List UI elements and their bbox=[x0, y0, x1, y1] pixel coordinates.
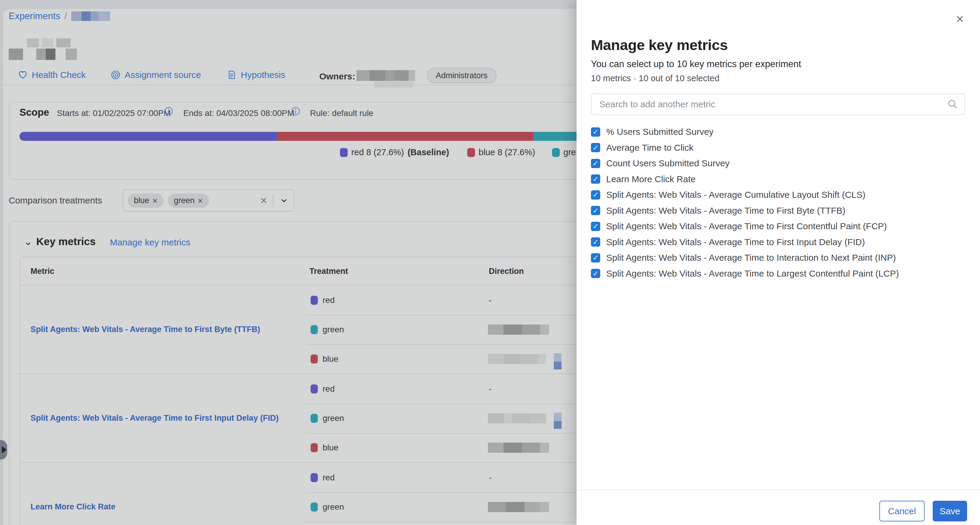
metric-checkbox-row[interactable]: Split Agents: Web Vitals - Average Time … bbox=[591, 250, 968, 266]
column-header-direction: Direction bbox=[489, 266, 524, 276]
metric-checkbox-row[interactable]: Split Agents: Web Vitals - Average Time … bbox=[591, 235, 968, 250]
treatment-swatch-green bbox=[310, 414, 318, 423]
save-button[interactable]: Save bbox=[933, 501, 967, 522]
chip-blue[interactable]: blue bbox=[128, 193, 164, 207]
search-icon bbox=[947, 99, 958, 110]
checkbox-checked-icon[interactable] bbox=[591, 159, 600, 168]
checkbox-checked-icon[interactable] bbox=[591, 206, 600, 215]
metric-search bbox=[591, 94, 965, 115]
metric-checkbox-row[interactable]: Split Agents: Web Vitals - Average Cumul… bbox=[591, 187, 968, 203]
metric-link-fid[interactable]: Split Agents: Web Vitals - Average Time … bbox=[30, 413, 278, 423]
assignment-source-link[interactable]: Assignment source bbox=[111, 70, 201, 80]
metric-checkbox-row[interactable]: Learn More Click Rate bbox=[591, 171, 968, 187]
clear-all-icon[interactable] bbox=[260, 195, 267, 206]
manage-key-metrics-modal: Manage key metrics You can select up to … bbox=[577, 0, 980, 525]
collapse-chevron-icon[interactable] bbox=[24, 239, 33, 248]
checkbox-checked-icon[interactable] bbox=[591, 237, 600, 247]
metric-checkbox-list: % Users Submitted Survey Average Time to… bbox=[591, 124, 968, 281]
legend-swatch bbox=[467, 148, 475, 157]
play-arrow-icon bbox=[2, 446, 6, 453]
treatment-swatch-red bbox=[310, 385, 318, 393]
scope-rule: Rule: default rule bbox=[310, 109, 374, 118]
checkbox-checked-icon[interactable] bbox=[591, 190, 600, 199]
chip-remove-icon[interactable] bbox=[198, 196, 203, 205]
legend-item-blue: blue 8 (27.6%) bbox=[467, 147, 535, 157]
metric-link-learn-more[interactable]: Learn More Click Rate bbox=[30, 502, 116, 512]
experiment-page: Experiments / Health Check Assignment so… bbox=[0, 0, 980, 525]
comparison-treatments-label: Comparison treatments bbox=[9, 195, 102, 206]
checkbox-checked-icon[interactable] bbox=[591, 143, 600, 152]
target-icon bbox=[111, 70, 120, 80]
redacted-page-title-line2 bbox=[9, 49, 77, 60]
scope-ends-at: Ends at: 04/03/2025 08:00PM bbox=[183, 109, 294, 118]
manage-key-metrics-link[interactable]: Manage key metrics bbox=[110, 237, 190, 247]
metric-group-ttfb: Split Agents: Web Vitals - Average Time … bbox=[20, 286, 642, 374]
redacted-owner-name bbox=[356, 70, 415, 81]
redacted-direction-accent bbox=[554, 413, 562, 429]
direction-value: - bbox=[489, 384, 492, 394]
column-header-treatment: Treatment bbox=[309, 266, 348, 276]
key-metrics-title: Key metrics bbox=[36, 236, 95, 247]
metric-checkbox-row[interactable]: Split Agents: Web Vitals - Average Time … bbox=[591, 203, 968, 219]
treatment-swatch-blue bbox=[310, 354, 318, 364]
modal-subtitle: You can select up to 10 key metrics per … bbox=[591, 59, 801, 70]
scope-title: Scope bbox=[19, 107, 49, 118]
checkbox-checked-icon[interactable] bbox=[591, 174, 600, 184]
chip-remove-icon[interactable] bbox=[152, 196, 158, 205]
chevron-down-icon[interactable] bbox=[279, 195, 289, 206]
metric-link-ttfb[interactable]: Split Agents: Web Vitals - Average Time … bbox=[30, 324, 260, 335]
legend-swatch bbox=[552, 148, 560, 157]
bar-segment-red bbox=[19, 132, 277, 141]
redacted-direction bbox=[488, 443, 549, 453]
breadcrumb: Experiments / bbox=[9, 11, 110, 22]
metric-checkbox-row[interactable]: Split Agents: Web Vitals - Average Time … bbox=[591, 219, 968, 235]
redacted-direction bbox=[488, 413, 546, 423]
search-input[interactable] bbox=[591, 94, 965, 115]
close-icon[interactable] bbox=[954, 13, 966, 25]
redacted-owner-name-sub bbox=[374, 81, 413, 88]
cancel-button[interactable]: Cancel bbox=[879, 501, 924, 522]
redacted-direction bbox=[488, 502, 549, 512]
redacted-direction-accent bbox=[554, 353, 562, 369]
hypothesis-link[interactable]: Hypothesis bbox=[227, 70, 285, 80]
metric-group-fid: Split Agents: Web Vitals - Average Time … bbox=[20, 374, 642, 462]
breadcrumb-experiments-link[interactable]: Experiments bbox=[9, 11, 60, 22]
checkbox-checked-icon[interactable] bbox=[591, 222, 600, 231]
footer-divider bbox=[577, 490, 980, 490]
legend-item-red: red 8 (27.6%) (Baseline) bbox=[340, 147, 449, 157]
treatment-swatch-red bbox=[310, 473, 318, 482]
modal-title: Manage key metrics bbox=[591, 37, 728, 53]
metric-checkbox-row[interactable]: % Users Submitted Survey bbox=[591, 124, 968, 140]
table-header-row: Metric Treatment Direction bbox=[20, 257, 642, 286]
select-divider bbox=[273, 194, 274, 207]
chip-green[interactable]: green bbox=[168, 193, 209, 207]
administrators-badge[interactable]: Administrators bbox=[427, 68, 496, 83]
legend-item-green: gre bbox=[552, 147, 576, 157]
info-icon[interactable] bbox=[291, 107, 300, 116]
health-check-link[interactable]: Health Check bbox=[18, 70, 86, 80]
treatment-distribution-bar bbox=[19, 132, 598, 141]
bar-segment-blue bbox=[277, 132, 533, 141]
metric-checkbox-row[interactable]: Average Time to Click bbox=[591, 140, 968, 156]
key-metrics-table: Metric Treatment Direction Split Agents:… bbox=[19, 257, 643, 525]
redacted-direction bbox=[488, 354, 546, 364]
metric-checkbox-row[interactable]: Split Agents: Web Vitals - Average Time … bbox=[591, 266, 968, 282]
redacted-breadcrumb-item bbox=[71, 11, 110, 21]
info-icon[interactable] bbox=[164, 107, 173, 116]
checkbox-checked-icon[interactable] bbox=[591, 128, 600, 137]
treatment-swatch-blue bbox=[310, 443, 318, 452]
owners-label: Owners: bbox=[319, 71, 355, 81]
checkbox-checked-icon[interactable] bbox=[591, 269, 600, 278]
metric-group-learn-more: Learn More Click Rate red - green bbox=[20, 462, 642, 525]
treatment-swatch-red bbox=[310, 296, 318, 305]
scope-starts-at: Starts at: 01/02/2025 07:00PM bbox=[57, 109, 171, 118]
checkbox-checked-icon[interactable] bbox=[591, 253, 600, 263]
breadcrumb-separator: / bbox=[64, 11, 67, 21]
treatment-swatch-green bbox=[310, 325, 318, 334]
treatment-swatch-green bbox=[310, 503, 318, 512]
metric-checkbox-row[interactable]: Count Users Submitted Survey bbox=[591, 156, 968, 171]
redacted-direction bbox=[488, 324, 549, 335]
direction-value: - bbox=[489, 473, 492, 482]
comparison-treatments-select[interactable]: blue green bbox=[123, 189, 294, 212]
direction-value: - bbox=[489, 295, 492, 305]
